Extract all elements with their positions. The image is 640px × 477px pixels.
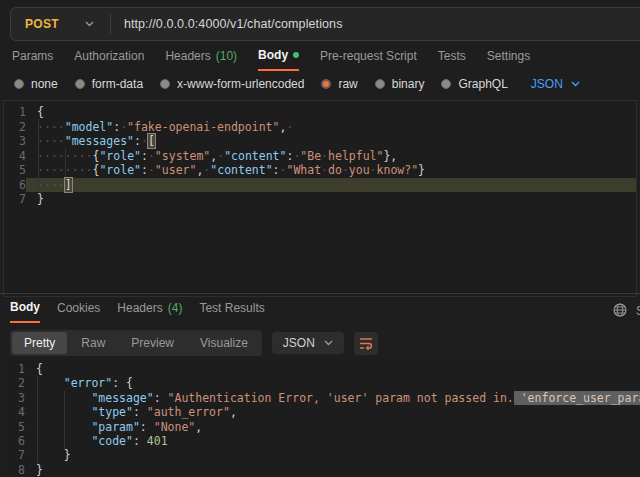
request-language-dropdown[interactable]: JSON <box>531 77 580 91</box>
code-text: { <box>26 105 636 120</box>
method-label: POST <box>25 17 59 31</box>
tab-body[interactable]: Body <box>258 48 299 71</box>
code-line: 1{ <box>4 105 636 120</box>
radio-label: raw <box>338 77 357 91</box>
response-tab-test-results[interactable]: Test Results <box>199 300 264 323</box>
code-line: 4········{"role":·"system",·"content":·"… <box>4 149 636 164</box>
wrap-text-icon <box>359 337 373 350</box>
code-text: "type": "auth_error", <box>25 405 640 419</box>
body-type-form-data[interactable]: form-data <box>75 77 143 91</box>
radio-label: none <box>31 77 58 91</box>
request-body-editor[interactable]: 1{2····"model":·"fake-openai-endpoint",·… <box>3 100 637 297</box>
radio-label: x-www-form-urlencoded <box>177 77 304 91</box>
tab-count-badge: (4) <box>168 301 183 315</box>
response-body-editor[interactable]: 1{2 "error": {3 "message": "Authenticati… <box>3 358 640 477</box>
tab-label: Pre-request Script <box>320 49 417 63</box>
body-type-options: noneform-datax-www-form-urlencodedrawbin… <box>14 77 580 91</box>
indent-guide <box>65 148 66 177</box>
pane-divider <box>0 293 640 294</box>
code-line: 8} <box>3 463 640 477</box>
code-text: "param": "None", <box>25 420 640 434</box>
chevron-down-icon <box>324 340 333 346</box>
line-number: 4 <box>3 405 25 419</box>
radio-icon <box>75 79 85 89</box>
line-number: 8 <box>3 463 25 477</box>
request-url-bar: POST http://0.0.0.0:4000/v1/chat/complet… <box>10 7 640 41</box>
line-number: 4 <box>4 149 26 164</box>
line-number: 1 <box>4 105 26 120</box>
tab-label: Authorization <box>74 49 144 63</box>
tab-pre-request-script[interactable]: Pre-request Script <box>320 48 417 71</box>
response-language-label: JSON <box>283 336 315 350</box>
code-text: ····] <box>26 178 636 193</box>
response-tab-cookies[interactable]: Cookies <box>57 300 100 323</box>
chevron-down-icon <box>85 21 94 27</box>
tab-label: Headers <box>165 49 210 63</box>
tab-tests[interactable]: Tests <box>438 48 466 71</box>
code-line: 1{ <box>3 362 640 376</box>
code-line: 7 } <box>3 448 640 462</box>
body-type-x-www-form-urlencoded[interactable]: x-www-form-urlencoded <box>160 77 304 91</box>
code-line: 6····] <box>4 178 636 193</box>
tab-label: Params <box>12 49 53 63</box>
code-text: } <box>26 192 636 207</box>
indent-guide <box>38 119 39 192</box>
response-tabs: BodyCookiesHeaders(4)Test Results <box>10 300 265 323</box>
radio-icon <box>375 79 385 89</box>
line-number: 5 <box>4 163 26 178</box>
tab-settings[interactable]: Settings <box>487 48 530 71</box>
wrap-text-button[interactable] <box>354 332 378 355</box>
code-line: 6 "code": 401 <box>3 434 640 448</box>
radio-icon <box>160 79 170 89</box>
code-line: 2····"model":·"fake-openai-endpoint",· <box>4 120 636 135</box>
code-text: ····"messages":·[ <box>26 134 636 149</box>
tab-label: Body <box>10 300 40 314</box>
tab-params[interactable]: Params <box>12 48 53 71</box>
line-number: 3 <box>4 134 26 149</box>
code-text: } <box>25 463 640 477</box>
body-type-raw[interactable]: raw <box>321 77 357 91</box>
response-language-dropdown[interactable]: JSON <box>272 332 344 354</box>
line-number: 1 <box>3 362 25 376</box>
tab-label: Tests <box>438 49 466 63</box>
view-visualize[interactable]: Visualize <box>188 332 260 354</box>
response-toolbar: PrettyRawPreviewVisualize JSON <box>10 330 378 356</box>
response-tab-headers[interactable]: Headers(4) <box>117 300 182 323</box>
globe-icon[interactable] <box>613 303 627 317</box>
method-dropdown[interactable]: POST <box>11 17 108 31</box>
code-line: 5 "param": "None", <box>3 420 640 434</box>
code-text: } <box>25 448 640 462</box>
body-type-binary[interactable]: binary <box>375 77 425 91</box>
line-number: 7 <box>3 448 25 462</box>
code-line: 2 "error": { <box>3 376 640 390</box>
body-type-none[interactable]: none <box>14 77 58 91</box>
code-line: 5········{"role":·"user",·"content":·"Wh… <box>4 163 636 178</box>
line-number: 2 <box>3 376 25 390</box>
tab-count-badge: (10) <box>216 49 237 63</box>
tab-label: Settings <box>487 49 530 63</box>
radio-icon <box>321 79 331 89</box>
response-view-switcher: PrettyRawPreviewVisualize <box>10 330 262 356</box>
code-line: 7} <box>4 192 636 207</box>
indent-guide <box>37 376 38 463</box>
tab-label: Headers <box>117 301 162 315</box>
tab-label: Cookies <box>57 301 100 315</box>
request-tabs: ParamsAuthorizationHeaders(10)BodyPre-re… <box>12 48 530 71</box>
radio-label: binary <box>392 77 425 91</box>
view-raw[interactable]: Raw <box>69 332 117 354</box>
code-text: "code": 401 <box>25 434 640 448</box>
body-type-graphql[interactable]: GraphQL <box>441 77 507 91</box>
tab-authorization[interactable]: Authorization <box>74 48 144 71</box>
code-line: 3····"messages":·[ <box>4 134 636 149</box>
tab-headers[interactable]: Headers(10) <box>165 48 237 71</box>
line-number: 5 <box>3 420 25 434</box>
code-text: ····"model":·"fake-openai-endpoint",· <box>26 120 636 135</box>
url-input[interactable]: http://0.0.0.0:4000/v1/chat/completions <box>111 17 343 31</box>
radio-label: GraphQL <box>458 77 507 91</box>
response-tab-body[interactable]: Body <box>10 300 40 323</box>
code-text: ········{"role":·"system",·"content":·"B… <box>26 149 636 164</box>
view-pretty[interactable]: Pretty <box>12 332 67 354</box>
line-number: 6 <box>4 178 26 193</box>
chevron-down-icon <box>571 81 580 87</box>
view-preview[interactable]: Preview <box>119 332 186 354</box>
